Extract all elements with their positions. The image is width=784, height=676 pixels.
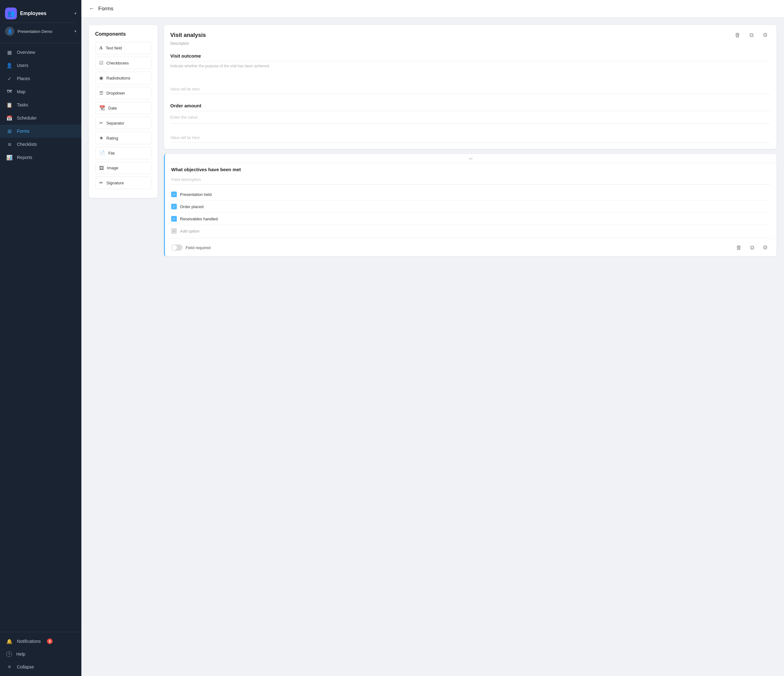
app-chevron-icon: ▾	[75, 11, 76, 16]
checkbox-label: Order placed	[180, 204, 204, 209]
sidebar-item-overview[interactable]: ▦ Overview	[0, 46, 81, 59]
content-area: Components A Text field ☑ Checkboxes ◉ R…	[81, 17, 784, 676]
map-icon: 🗺	[6, 89, 12, 95]
order-amount-title: Order amount	[170, 99, 770, 111]
radiobuttons-icon: ◉	[99, 75, 103, 81]
app-name: Employees	[20, 11, 46, 16]
sidebar: 👥 Employees ▾ 👤 Presentation Demo ▾ ▦ Ov…	[0, 0, 81, 676]
settings-field-button[interactable]: ⚙	[760, 242, 770, 253]
sidebar-item-users[interactable]: 👤 Users	[0, 59, 81, 72]
sidebar-item-label: Places	[17, 76, 30, 81]
checklists-icon: ≋	[6, 141, 12, 148]
order-amount-value: Value will be here	[170, 133, 770, 143]
sidebar-item-label: Help	[16, 651, 25, 657]
component-text-field[interactable]: A Text field	[95, 42, 151, 54]
component-checkboxes[interactable]: ☑ Checkboxes	[95, 57, 151, 69]
main-content: ← Forms Components A Text field ☑ Checkb…	[81, 0, 784, 676]
settings-form-button[interactable]: ⚙	[760, 30, 770, 40]
tasks-icon: 📋	[6, 102, 12, 108]
component-label: Radiobuttons	[106, 76, 131, 81]
form-card-header: Visit analysis 🗑 ⧉ ⚙	[164, 25, 776, 41]
sidebar-item-label: Checklists	[17, 142, 37, 147]
visit-outcome-desc: Indicate whether the purpose of the visi…	[170, 61, 770, 72]
components-panel-title: Components	[95, 31, 151, 37]
checkbox-receivables-handled[interactable]: ✓ Receivables handled	[171, 213, 770, 225]
app-icon: 👥	[5, 8, 17, 19]
sidebar-bottom: 🔔 Notifications 6 ? Help ≡ Collapse	[0, 632, 81, 676]
sidebar-item-reports[interactable]: 📊 Reports	[0, 151, 81, 164]
copy-field-button[interactable]: ⧉	[747, 242, 757, 253]
visit-outcome-value: Value will be here	[170, 84, 770, 94]
component-label: Image	[107, 166, 118, 170]
objectives-title: What objectives have been met	[171, 167, 770, 175]
user-chevron-icon: ▾	[75, 29, 76, 34]
drag-handle[interactable]: ═	[165, 154, 776, 163]
sidebar-item-label: Map	[17, 89, 25, 94]
reports-icon: 📊	[6, 154, 12, 160]
field-required-label: Field required	[185, 246, 211, 250]
component-label: File	[108, 151, 115, 155]
sidebar-item-label: Collapse	[17, 664, 34, 670]
sidebar-item-label: Scheduler	[17, 115, 37, 121]
dropdown-icon: ☰	[99, 90, 103, 96]
component-signature[interactable]: ✏ Signature	[95, 177, 151, 189]
sidebar-item-collapse[interactable]: ≡ Collapse	[0, 660, 81, 673]
user-switcher[interactable]: 👤 Presentation Demo ▾	[5, 24, 76, 39]
component-image[interactable]: 🖼 Image	[95, 162, 151, 174]
app-switcher[interactable]: 👥 Employees ▾	[5, 5, 76, 21]
signature-icon: ✏	[99, 180, 103, 186]
component-separator[interactable]: ✂ Separator	[95, 117, 151, 129]
sidebar-item-scheduler[interactable]: 📅 Scheduler	[0, 112, 81, 124]
component-rating[interactable]: ★ Rating	[95, 132, 151, 144]
sidebar-item-map[interactable]: 🗺 Map	[0, 85, 81, 98]
component-label: Text field	[106, 46, 122, 50]
help-icon: ?	[6, 651, 12, 657]
component-radiobuttons[interactable]: ◉ Radiobuttons	[95, 71, 151, 84]
back-button[interactable]: ←	[89, 5, 95, 12]
form-panel: Visit analysis 🗑 ⧉ ⚙ Description Visit o…	[164, 25, 776, 256]
notification-badge: 6	[47, 639, 53, 644]
checkbox-order-placed[interactable]: ✓ Order placed	[171, 200, 770, 213]
checkbox-checked-icon: ✓	[171, 216, 177, 222]
sidebar-item-help[interactable]: ? Help	[0, 648, 81, 660]
component-label: Rating	[106, 136, 118, 140]
field-actions: 🗑 ⧉ ⚙	[734, 242, 770, 253]
date-icon: 📆	[99, 105, 105, 111]
sidebar-item-forms[interactable]: ⊞ Forms	[0, 124, 81, 138]
delete-form-button[interactable]: 🗑	[733, 30, 743, 40]
checkbox-label: Presentation held	[180, 192, 212, 197]
component-file[interactable]: 📄 File	[95, 147, 151, 159]
sidebar-header: 👥 Employees ▾ 👤 Presentation Demo ▾	[0, 0, 81, 43]
avatar: 👤	[5, 26, 14, 36]
checkboxes-icon: ☑	[99, 60, 103, 66]
objectives-card: ═ What objectives have been met Field de…	[164, 154, 776, 256]
checkbox-label: Receivables handled	[180, 217, 218, 221]
order-amount-input[interactable]: Enter the value	[170, 111, 770, 124]
component-label: Separator	[106, 121, 124, 126]
sidebar-item-places[interactable]: ✓ Places	[0, 72, 81, 85]
objectives-body: What objectives have been met Field desc…	[165, 163, 776, 238]
sidebar-item-tasks[interactable]: 📋 Tasks	[0, 98, 81, 112]
field-description-input[interactable]: Field description	[171, 175, 770, 185]
component-date[interactable]: 📆 Date	[95, 102, 151, 114]
notifications-icon: 🔔	[6, 638, 12, 644]
file-icon: 📄	[99, 150, 105, 156]
component-dropdown[interactable]: ☰ Dropdown	[95, 87, 151, 99]
checkbox-add-option[interactable]: ✓ Add option	[171, 225, 770, 237]
component-label: Signature	[106, 180, 124, 185]
delete-field-button[interactable]: 🗑	[734, 242, 744, 253]
user-name: Presentation Demo	[17, 29, 52, 34]
checkbox-presentation-held[interactable]: ✓ Presentation held	[171, 188, 770, 200]
components-panel: Components A Text field ☑ Checkboxes ◉ R…	[89, 25, 158, 198]
topbar: ← Forms	[81, 0, 784, 17]
text-field-icon: A	[99, 45, 103, 51]
form-header-actions: 🗑 ⧉ ⚙	[733, 30, 770, 40]
separator-icon: ✂	[99, 120, 103, 126]
sidebar-item-checklists[interactable]: ≋ Checklists	[0, 138, 81, 151]
field-required-toggle[interactable]	[171, 244, 182, 251]
visit-analysis-card: Visit analysis 🗑 ⧉ ⚙ Description Visit o…	[164, 25, 776, 149]
field-required-row: Field required 🗑 ⧉ ⚙	[165, 238, 776, 256]
overview-icon: ▦	[6, 49, 12, 55]
sidebar-item-notifications[interactable]: 🔔 Notifications 6	[0, 635, 81, 648]
copy-form-button[interactable]: ⧉	[747, 30, 756, 40]
